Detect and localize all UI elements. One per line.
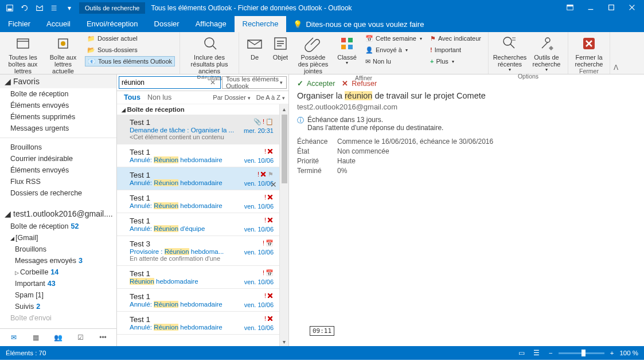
scope-all-outlook-button[interactable]: 📧Tous les éléments Outlook [85, 56, 175, 66]
refine-important-button[interactable]: !Important [428, 45, 483, 55]
tab-view[interactable]: Affichage [188, 16, 235, 32]
tasks-view-icon[interactable]: ☑ [74, 332, 88, 343]
zoom-in-button[interactable]: + [610, 350, 614, 356]
nav-deleted[interactable]: Éléments supprimés [0, 111, 116, 123]
tab-folder[interactable]: Dossier [146, 16, 188, 32]
scope-current-mailbox-button[interactable]: Boîte aux lettres actuelle [45, 33, 81, 74]
refine-more-button[interactable]: +Plus▾ [428, 56, 483, 66]
more-views-icon[interactable]: ••• [96, 332, 110, 343]
refine-sentto-button[interactable]: 👤Envoyé à▾ [363, 45, 424, 55]
minimize-icon[interactable] [587, 3, 595, 13]
nav-urgent[interactable]: Messages urgents [0, 123, 116, 134]
close-search-button[interactable]: Fermer la recherche [573, 33, 605, 68]
nav-trash[interactable]: ▷Corbeille14 [0, 266, 116, 278]
message-item[interactable]: Test 1 Annulé: Réunion hebdomadaire ven.… [117, 167, 279, 190]
refine-categorized-button[interactable]: Classé▾ [334, 33, 360, 74]
nav-followed[interactable]: Suivis2 [0, 301, 116, 312]
message-item[interactable]: Test 3 Provisoire : Réunion hebdoma... E… [117, 236, 279, 266]
bulb-icon: 💡 [293, 20, 302, 29]
qa-more-icon[interactable]: ▾ [64, 3, 75, 13]
search-scope-dropdown[interactable]: Tous les éléments Outlook▾ [222, 76, 287, 89]
message-item[interactable]: Test 1 Annulé: Réunion hebdomadaire ven.… [117, 190, 279, 213]
scope-subfolders-button[interactable]: 📂Sous-dossiers [85, 45, 175, 55]
refine-attachments-button[interactable]: Possède des pièces jointes [295, 33, 331, 74]
people-view-icon[interactable]: 👥 [52, 332, 65, 343]
zoom-slider[interactable] [559, 352, 604, 354]
message-item[interactable]: Test 1 Annulé: Réunion hebdomadaire ven.… [117, 289, 279, 312]
expand-icon: ◢ [10, 236, 14, 241]
refuse-button[interactable]: Refuser [342, 79, 377, 88]
qa-save-icon[interactable] [5, 3, 15, 13]
tell-me[interactable]: 💡 Dites-nous ce que vous voulez faire [286, 16, 431, 32]
sort-by-folder[interactable]: Par Dossier [213, 94, 250, 101]
qa-send-icon[interactable] [34, 3, 45, 13]
refine-flagged-button[interactable]: ⚑Avec indicateur [428, 33, 483, 44]
scope-all-mailboxes-button[interactable]: Toutes les boîtes aux lettres [5, 33, 41, 74]
nav-sent3[interactable]: Messages envoyés3 [0, 255, 116, 266]
filter-all[interactable]: Tous [120, 92, 144, 103]
nav-searchfolders[interactable]: Dossiers de recherche [0, 187, 116, 199]
folder-group-header[interactable]: ◢ Boîte de réception [117, 104, 279, 115]
recent-searches-button[interactable]: Recherches récentes▾ [493, 33, 526, 73]
ribbon-display-icon[interactable] [566, 3, 574, 13]
label: Envoyé à [376, 46, 402, 53]
nav-outbox[interactable]: Boîte d'envoi [0, 312, 116, 324]
favorites-header[interactable]: ◢Favoris [0, 74, 116, 88]
cancel-icon: 🗙 [267, 194, 274, 201]
tab-file[interactable]: Fichier [0, 16, 38, 32]
qa-forward-icon[interactable] [49, 3, 60, 13]
search-box[interactable]: ✕ [119, 76, 221, 89]
mail-view-icon[interactable]: ✉ [7, 332, 21, 343]
message-date: ven. 10/06 [244, 203, 274, 210]
label: Possède des pièces jointes [295, 54, 331, 74]
zoom-out-button[interactable]: − [549, 350, 553, 356]
scroll-up-icon[interactable]: ▴ [280, 104, 288, 113]
scope-current-folder-button[interactable]: 📁Dossier actuel [85, 33, 175, 44]
nav-gmail[interactable]: ◢[Gmail] [0, 232, 116, 244]
label: Inclure des résultats plus anciens [185, 54, 234, 74]
message-item[interactable]: Test 1 Annulé: Réunion hebdomadaire ven.… [117, 312, 279, 335]
nav-drafts[interactable]: Brouillons [0, 142, 116, 153]
calendar-view-icon[interactable]: ▦ [29, 332, 43, 343]
message-from: Test 1 [130, 171, 274, 179]
account-header[interactable]: ◢test1.outlook2016@gmail.... [0, 207, 116, 221]
accept-button[interactable]: Accepter [297, 79, 335, 88]
filter-unread[interactable]: Non lus [144, 92, 175, 103]
refine-subject-button[interactable]: Objet [269, 33, 292, 74]
refine-thisweek-button[interactable]: 📅Cette semaine▾ [363, 33, 424, 44]
tab-home[interactable]: Accueil [38, 16, 79, 32]
nav-inbox[interactable]: Boîte de réception [0, 88, 116, 100]
nav-spam[interactable]: Spam [1] [0, 289, 116, 301]
message-item[interactable]: Test 1 Réunion hebdomadaire ven. 10/06 !… [117, 266, 279, 289]
clear-search-icon[interactable]: ✕ [208, 79, 218, 87]
collapse-ribbon-button[interactable]: ᐱ [610, 32, 622, 74]
messages-container: ◢ Boîte de réception Test 1 Demande de t… [117, 104, 279, 346]
nav-rss[interactable]: Flux RSS [0, 176, 116, 187]
nav-drafts2[interactable]: Brouillons [0, 244, 116, 255]
nav-sent[interactable]: Éléments envoyés [0, 100, 116, 111]
maximize-icon[interactable] [607, 3, 615, 13]
refine-from-button[interactable]: De [244, 33, 266, 74]
qa-undo-icon[interactable] [19, 3, 30, 13]
sort-atoz[interactable]: De A à Z [256, 94, 285, 101]
nav-junk[interactable]: Courrier indésirable [0, 153, 116, 164]
nav-sent2[interactable]: Éléments envoyés [0, 164, 116, 176]
include-older-button[interactable]: Inclure des résultats plus anciens [185, 33, 234, 74]
search-input[interactable] [122, 79, 208, 87]
nav-inbox2[interactable]: Boîte de réception52 [0, 221, 116, 232]
message-item[interactable]: Test 1 Annulé: Réunion d'équipe ven. 10/… [117, 213, 279, 236]
message-item[interactable]: Test 1 Annulé: Réunion hebdomadaire ven.… [117, 144, 279, 167]
view-reading-icon[interactable]: ☰ [530, 350, 543, 356]
tab-search[interactable]: Recherche [235, 16, 287, 32]
message-list-scrollbar[interactable]: ▴ ▾ [279, 104, 288, 346]
view-normal-icon[interactable]: ▭ [515, 350, 528, 356]
message-item[interactable]: Test 1 Demande de tâche : Organiser la .… [117, 115, 279, 144]
search-tools-button[interactable]: Outils de recherche▾ [530, 33, 563, 73]
scroll-thumb[interactable] [282, 115, 287, 183]
close-icon[interactable] [628, 3, 636, 13]
scroll-down-icon[interactable]: ▾ [280, 337, 288, 346]
nav-important[interactable]: Important43 [0, 278, 116, 289]
refine-unread-button[interactable]: ✉Non lu [363, 56, 424, 66]
tab-sendreceive[interactable]: Envoi/réception [79, 16, 146, 32]
delete-message-icon[interactable]: ✕ [270, 180, 277, 189]
